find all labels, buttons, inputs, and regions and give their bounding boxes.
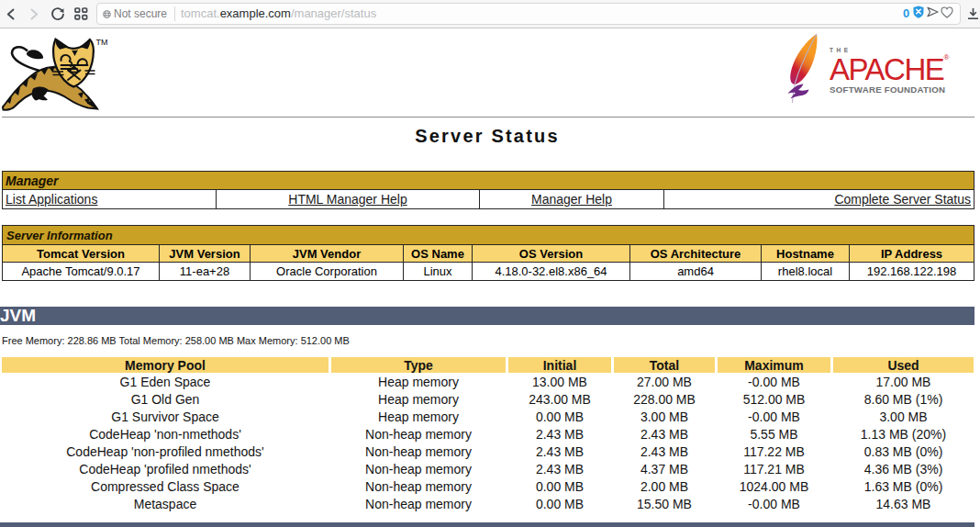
svg-text:TM: TM	[96, 38, 108, 47]
svg-text:®: ®	[944, 53, 950, 62]
svg-text:APACHE: APACHE	[830, 52, 944, 86]
svg-text:SOFTWARE FOUNDATION: SOFTWARE FOUNDATION	[830, 84, 945, 95]
